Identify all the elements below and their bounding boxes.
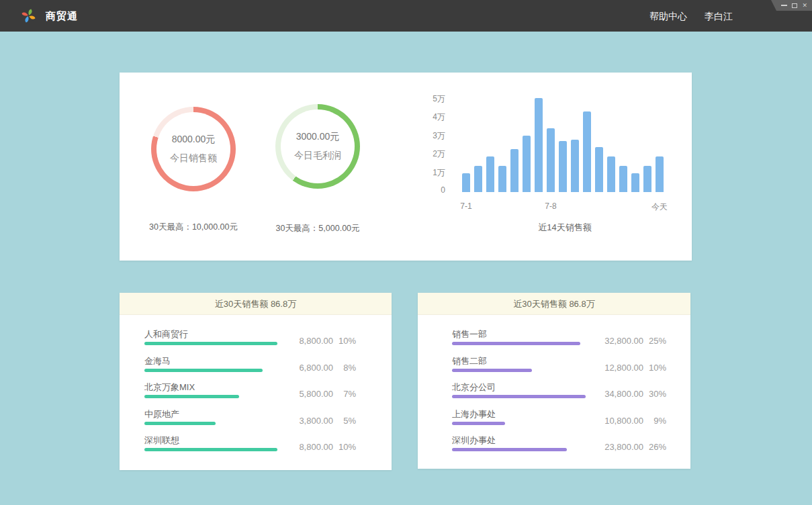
maximize-icon[interactable] <box>792 3 797 8</box>
list-item-bar <box>452 369 532 372</box>
x-tick-label: 7-8 <box>531 201 571 211</box>
list-item-bar <box>144 369 263 372</box>
app-title: 商贸通 <box>46 10 78 23</box>
list-item-percent: 25% <box>643 336 666 346</box>
bar <box>535 98 543 192</box>
list-item-bar <box>452 342 580 345</box>
x-tick-label: 7-1 <box>446 201 486 211</box>
list-item: 上海办事处10,800.009% <box>452 408 666 434</box>
today-sales-gauge: 8000.00元 今日销售额 30天最高：10,000.00元 <box>126 107 261 233</box>
list-item: 销售二部12,800.0010% <box>452 355 666 381</box>
list-item-bar <box>452 448 567 451</box>
list-item-percent: 10% <box>333 442 356 452</box>
list-item-amount: 34,800.00 <box>595 389 643 399</box>
list-item-amount: 10,800.00 <box>595 416 643 426</box>
help-center-link[interactable]: 帮助中心 <box>649 11 687 23</box>
list-item-amount: 32,800.00 <box>595 336 643 346</box>
today-profit-max-caption: 30天最高：5,000.00元 <box>251 223 385 234</box>
bar <box>523 136 531 192</box>
list-item-values: 23,800.0026% <box>595 442 666 452</box>
list-item-percent: 30% <box>643 389 666 399</box>
y-tick-label: 5万 <box>408 93 445 105</box>
today-sales-donut: 8000.00元 今日销售额 <box>151 107 236 191</box>
list-item: 人和商贸行8,800.0010% <box>144 328 378 355</box>
minimize-icon[interactable] <box>781 5 787 6</box>
today-profit-donut: 3000.00元 今日毛利润 <box>275 104 360 189</box>
list-item-values: 32,800.0025% <box>595 336 666 346</box>
list-item-percent: 7% <box>333 389 356 399</box>
list-item-values: 12,800.0010% <box>595 363 666 373</box>
today-overview-card: 8000.00元 今日销售额 30天最高：10,000.00元 3000.00元… <box>120 73 692 261</box>
list-item-amount: 3,800.00 <box>285 416 333 426</box>
list-item-bar <box>452 422 505 425</box>
chart-title: 近14天销售额 <box>462 222 668 234</box>
today-sales-max-caption: 30天最高：10,000.00元 <box>126 222 261 233</box>
list-item-percent: 5% <box>333 416 356 426</box>
list-item-percent: 8% <box>333 363 356 373</box>
list-item-label: 北京万象MIX <box>144 381 195 394</box>
list-item-bar <box>452 395 586 398</box>
window-controls: ✕ <box>771 0 812 11</box>
list-item-percent: 10% <box>643 363 666 373</box>
list-item-amount: 23,800.00 <box>595 442 643 452</box>
bar <box>607 156 615 192</box>
today-profit-donut-text: 3000.00元 今日毛利润 <box>275 104 360 189</box>
list-item-amount: 8,800.00 <box>285 336 333 346</box>
list-item-bar <box>144 395 239 398</box>
customer-ranking-list: 人和商贸行8,800.0010%金海马6,800.008%北京万象MIX5,80… <box>144 328 378 461</box>
y-tick-label: 2万 <box>408 148 445 160</box>
today-profit-label: 今日毛利润 <box>294 150 341 162</box>
list-item-amount: 8,800.00 <box>285 442 333 452</box>
list-item-amount: 6,800.00 <box>285 363 333 373</box>
list-item-values: 8,800.0010% <box>285 336 356 346</box>
bar <box>631 173 639 192</box>
y-tick-label: 4万 <box>408 111 445 123</box>
list-item-label: 人和商贸行 <box>144 328 188 340</box>
bar <box>595 147 603 192</box>
list-item: 深圳联想8,800.0010% <box>144 434 378 461</box>
list-item-label: 中原地产 <box>144 408 179 420</box>
list-item-bar <box>144 422 216 425</box>
list-item: 中原地产3,800.005% <box>144 408 378 434</box>
x-tick-label: 今天 <box>639 201 680 213</box>
list-item-bar <box>144 342 277 345</box>
today-sales-value: 8000.00元 <box>172 134 216 146</box>
close-icon[interactable]: ✕ <box>802 3 807 9</box>
list-item: 销售一部32,800.0025% <box>452 328 666 355</box>
department-ranking-card: 近30天销售额 86.8万 销售一部32,800.0025%销售二部12,800… <box>418 293 690 469</box>
list-item: 北京万象MIX5,800.007% <box>144 381 378 408</box>
today-profit-value: 3000.00元 <box>296 131 340 143</box>
list-item-amount: 12,800.00 <box>595 363 643 373</box>
list-item: 金海马6,800.008% <box>144 355 378 381</box>
list-item-bar <box>144 448 277 451</box>
list-item-label: 深圳联想 <box>144 434 179 447</box>
y-tick-label: 3万 <box>408 130 445 142</box>
list-item: 深圳办事处23,800.0026% <box>452 434 666 461</box>
list-item-values: 8,800.0010% <box>285 442 356 452</box>
bar <box>619 166 627 192</box>
bar <box>583 111 591 192</box>
bar <box>498 166 506 192</box>
bar <box>486 156 494 192</box>
list-item-percent: 26% <box>643 442 666 452</box>
today-profit-gauge: 3000.00元 今日毛利润 30天最高：5,000.00元 <box>251 104 385 234</box>
list-item-values: 34,800.0030% <box>595 389 666 399</box>
list-item-percent: 9% <box>643 416 666 426</box>
bar <box>474 166 482 192</box>
bar <box>571 140 579 192</box>
bar <box>643 166 651 192</box>
department-ranking-list: 销售一部32,800.0025%销售二部12,800.0010%北京分公司34,… <box>452 328 666 461</box>
y-tick-label: 1万 <box>408 167 445 179</box>
department-ranking-title: 近30天销售额 86.8万 <box>418 293 690 315</box>
today-sales-donut-text: 8000.00元 今日销售额 <box>151 107 236 191</box>
y-tick-label: 0 <box>408 185 445 195</box>
list-item-values: 3,800.005% <box>285 416 356 426</box>
bar <box>462 173 470 192</box>
bar <box>510 149 518 192</box>
bar-chart-bars <box>462 98 664 192</box>
user-menu[interactable]: 李白江 <box>705 11 733 23</box>
bar <box>656 156 664 192</box>
app-logo-icon <box>20 7 37 24</box>
list-item-values: 5,800.007% <box>285 389 356 399</box>
list-item-percent: 10% <box>333 336 356 346</box>
